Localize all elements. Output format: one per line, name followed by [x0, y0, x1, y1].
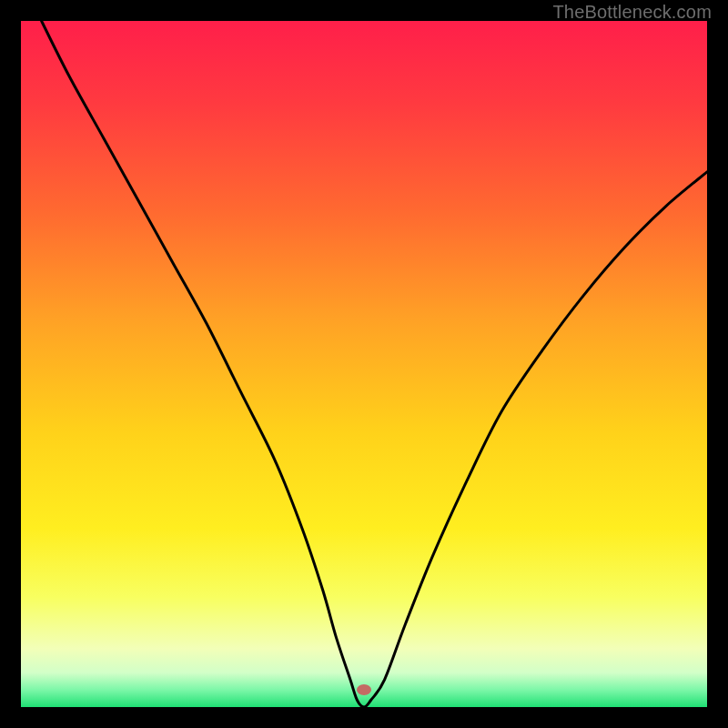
- plot-area: [21, 21, 707, 707]
- watermark-text: TheBottleneck.com: [552, 2, 712, 23]
- optimal-point-marker: [357, 684, 371, 695]
- chart-frame: TheBottleneck.com: [0, 0, 728, 728]
- gradient-background: [21, 21, 707, 707]
